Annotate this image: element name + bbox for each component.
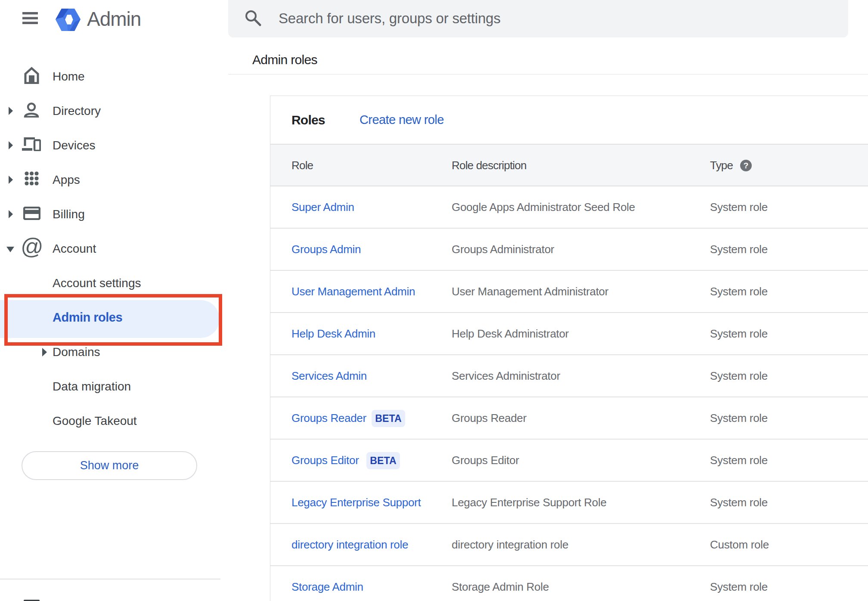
- svg-text:?: ?: [744, 161, 749, 170]
